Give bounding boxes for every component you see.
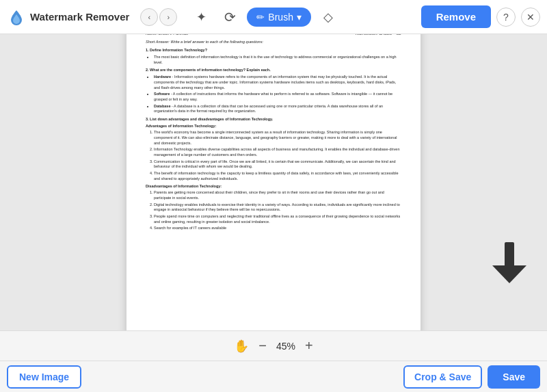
eraser-icon: ◇ [323, 10, 333, 25]
new-image-button[interactable]: New Image [7, 365, 81, 389]
zoom-bar: ✋ − 45% + [0, 330, 547, 361]
nav-back-button[interactable]: ‹ [140, 8, 158, 26]
star-wand-icon: ✦ [196, 10, 206, 25]
footer-right-buttons: Crop & Save Save [403, 365, 540, 389]
question-1: 1. Define Information Technology? The mo… [146, 48, 401, 65]
nav-back-icon: ‹ [148, 13, 151, 21]
doc-info: Name: Erica A. Parenas Year/Section: BAE… [146, 34, 401, 37]
student-name: Name: Erica A. Parenas [146, 34, 188, 37]
arrow-hint [492, 242, 526, 289]
close-icon: ✕ [526, 12, 535, 23]
disadvantage-1: Parents are getting more concerned about… [154, 190, 401, 200]
question-3: 3. List down advantages and disadvantage… [146, 117, 401, 231]
lasso-tool-button[interactable]: ⟳ [218, 5, 241, 29]
svg-marker-1 [492, 265, 526, 283]
question-2: 2. What are the components of informatio… [146, 68, 401, 114]
advantage-4: The benefit of information technology is… [154, 171, 401, 181]
toolbar-tools: ✦ ⟳ ✏ Brush ▾ ◇ [189, 5, 340, 29]
zoom-out-button[interactable]: − [258, 338, 267, 354]
zoom-level: 45% [276, 341, 295, 352]
document-content: PAMPANGA STATE AGRICULTURAL UNIVERSITY M… [126, 34, 421, 330]
nav-forward-icon: › [168, 13, 170, 21]
app-footer: New Image Crop & Save Save [0, 361, 547, 392]
lasso-icon: ⟳ [224, 9, 236, 25]
eraser-tool-button[interactable]: ◇ [317, 5, 340, 29]
remove-button[interactable]: Remove [421, 5, 491, 28]
year-section: Year/Section: BAELS – 3D [355, 34, 401, 37]
arrow-down-icon [492, 242, 526, 283]
hand-tool-icon[interactable]: ✋ [234, 339, 249, 354]
zoom-in-button[interactable]: + [305, 338, 313, 354]
brush-label: Brush [268, 12, 293, 23]
q2-database: Database - A database is a collection of… [154, 104, 401, 114]
document-preview: PAMPANGA STATE AGRICULTURAL UNIVERSITY M… [126, 34, 421, 330]
advantage-3: Communication is critical in every part … [154, 159, 401, 170]
nav-arrows: ‹ › [140, 8, 177, 26]
q1-answer: The most basic definition of information… [154, 55, 401, 65]
advantage-2: Information Technology enables diverse c… [154, 147, 401, 157]
logo-icon [7, 8, 26, 27]
help-icon: ? [503, 12, 509, 23]
brush-tool-button[interactable]: ✏ Brush ▾ [247, 8, 311, 27]
advantage-1: The world's economy has become a single … [154, 130, 401, 146]
brush-icon: ✏ [256, 12, 265, 23]
app-logo: Watermark Remover [7, 8, 129, 27]
svg-rect-0 [505, 242, 514, 268]
disadvantage-3: People spend more time on computers and … [154, 214, 401, 224]
save-button[interactable]: Save [488, 365, 540, 389]
app-title: Watermark Remover [30, 11, 129, 23]
help-button[interactable]: ? [496, 8, 516, 27]
nav-forward-button[interactable]: › [159, 8, 177, 26]
q2-software: Software - A collection of instructions … [154, 92, 401, 102]
app-header: Watermark Remover ‹ › ✦ ⟳ ✏ Brush ▾ ◇ Re… [0, 0, 547, 34]
main-canvas-area: PAMPANGA STATE AGRICULTURAL UNIVERSITY M… [0, 34, 547, 330]
disadvantage-2: Digital technology enables individuals t… [154, 202, 401, 213]
star-wand-tool-button[interactable]: ✦ [189, 5, 213, 29]
brush-chevron-icon: ▾ [297, 12, 302, 23]
close-button[interactable]: ✕ [521, 8, 540, 27]
q2-hardware: Hardware - Information systems hardware … [154, 75, 401, 90]
doc-instruction: Short Answer: Write a brief answer to ea… [146, 40, 401, 45]
disadvantage-4: Search for examples of IT careers availa… [154, 226, 401, 231]
crop-save-button[interactable]: Crop & Save [403, 365, 482, 389]
